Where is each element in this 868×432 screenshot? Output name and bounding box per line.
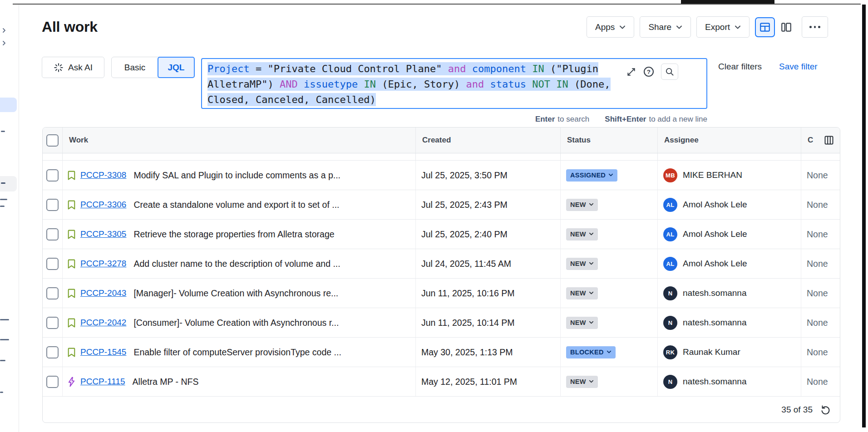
row-checkbox-cell bbox=[43, 249, 63, 278]
table-row[interactable]: PCCP-3306Create a standalone volume and … bbox=[43, 190, 840, 220]
issue-summary[interactable]: Retrieve the storage properties from All… bbox=[133, 229, 334, 240]
chevron-down-icon bbox=[608, 173, 613, 177]
table-row[interactable]: PCCP-3305Retrieve the storage properties… bbox=[43, 220, 840, 249]
syntax-help-button[interactable]: ? bbox=[643, 66, 655, 78]
truncated-column-cell: None bbox=[801, 220, 840, 249]
status-dropdown[interactable]: NEW bbox=[566, 317, 598, 329]
row-checkbox-cell bbox=[43, 220, 63, 249]
issue-summary[interactable]: [Consumer]- Volume Creation with Asynchr… bbox=[133, 318, 339, 328]
run-search-button[interactable] bbox=[661, 64, 678, 80]
row-checkbox[interactable] bbox=[46, 199, 59, 211]
sidebar-hover-item-fragment[interactable] bbox=[0, 176, 17, 191]
created-date: May 12, 2025, 11:01 PM bbox=[421, 377, 517, 387]
work-cell: PCCP-2042[Consumer]- Volume Creation wit… bbox=[63, 308, 416, 337]
avatar: N bbox=[663, 286, 677, 300]
issue-key-link[interactable]: PCCP-2042 bbox=[80, 318, 126, 328]
truncated-column-cell: None bbox=[801, 190, 840, 219]
share-button[interactable]: Share bbox=[640, 16, 691, 38]
status-cell: BLOCKED bbox=[561, 338, 658, 367]
row-checkbox[interactable] bbox=[46, 287, 59, 299]
expand-editor-button[interactable] bbox=[626, 67, 636, 77]
refresh-button[interactable] bbox=[820, 404, 831, 415]
chevron-down-icon bbox=[589, 291, 594, 295]
sidebar-active-item-fragment[interactable] bbox=[0, 98, 17, 112]
row-checkbox[interactable] bbox=[46, 169, 59, 182]
sidebar-text-fragment bbox=[0, 199, 7, 200]
assignee-name: natesh.somanna bbox=[683, 318, 747, 328]
select-all-checkbox[interactable] bbox=[46, 134, 59, 147]
avatar: AL bbox=[663, 227, 677, 241]
issue-key-link[interactable]: PCCP-3308 bbox=[80, 170, 126, 180]
issue-key-link[interactable]: PCCP-3306 bbox=[80, 200, 126, 210]
issue-key-link[interactable]: PCCP-1545 bbox=[80, 347, 126, 357]
issue-summary[interactable]: Enable filter of computeServer provision… bbox=[133, 347, 341, 358]
issue-summary[interactable]: [Manager]- Volume Creation with Asynchro… bbox=[133, 288, 338, 299]
assignee-name: Amol Ashok Lele bbox=[683, 259, 747, 269]
issue-key-link[interactable]: PCCP-1115 bbox=[80, 377, 125, 387]
issue-key-link[interactable]: PCCP-3305 bbox=[80, 229, 126, 239]
row-checkbox[interactable] bbox=[46, 376, 59, 388]
truncated-column-value: None bbox=[807, 259, 828, 269]
app-window: All work Apps Share Export bbox=[0, 0, 868, 432]
column-header-truncated[interactable]: C bbox=[801, 128, 840, 153]
chevron-down-icon bbox=[589, 203, 594, 206]
status-dropdown[interactable]: NEW bbox=[566, 258, 598, 270]
more-options-button[interactable] bbox=[802, 16, 828, 38]
chevron-down-icon bbox=[589, 232, 594, 236]
table-row[interactable]: PCCP-3278Add cluster name to the descrip… bbox=[43, 249, 840, 279]
status-dropdown[interactable]: NEW bbox=[566, 199, 598, 211]
export-button[interactable]: Export bbox=[696, 16, 750, 38]
sidebar-text-fragment bbox=[1, 182, 5, 184]
header-controls: Apps Share Export bbox=[587, 16, 828, 38]
created-cell: Jun 11, 2025, 10:14 PM bbox=[416, 308, 561, 337]
row-checkbox[interactable] bbox=[46, 258, 59, 270]
chevron-down-icon bbox=[676, 25, 682, 29]
row-checkbox[interactable] bbox=[46, 228, 59, 241]
status-dropdown[interactable]: NEW bbox=[566, 228, 598, 241]
ask-ai-button[interactable]: Ask AI bbox=[42, 57, 104, 78]
row-checkbox-cell bbox=[43, 190, 63, 219]
save-filter-button[interactable]: Save filter bbox=[779, 62, 817, 72]
clear-filters-button[interactable]: Clear filters bbox=[718, 62, 762, 72]
issue-key-link[interactable]: PCCP-3278 bbox=[80, 259, 126, 269]
page-title: All work bbox=[42, 16, 98, 38]
status-dropdown[interactable]: NEW bbox=[566, 287, 598, 299]
issue-summary[interactable]: Alletra MP - NFS bbox=[133, 377, 199, 387]
status-dropdown[interactable]: NEW bbox=[566, 376, 598, 388]
basic-mode-button[interactable]: Basic bbox=[112, 57, 158, 78]
table-row[interactable]: PCCP-1545Enable filter of computeServer … bbox=[43, 338, 840, 367]
status-dropdown[interactable]: ASSIGNED bbox=[566, 169, 617, 182]
share-button-label: Share bbox=[648, 22, 671, 32]
issue-key-link[interactable]: PCCP-2043 bbox=[80, 288, 126, 298]
created-cell: Jul 24, 2025, 11:45 AM bbox=[416, 249, 561, 278]
apps-button[interactable]: Apps bbox=[587, 16, 634, 38]
assignee-name: natesh.somanna bbox=[683, 377, 747, 387]
table-row[interactable]: PCCP-2043[Manager]- Volume Creation with… bbox=[43, 279, 840, 308]
table-row[interactable]: PCCP-3308Modify SAL and Plugin to includ… bbox=[43, 161, 840, 190]
assignee-cell: ALAmol Ashok Lele bbox=[658, 220, 801, 249]
table-body: PCCP-3308Modify SAL and Plugin to includ… bbox=[43, 161, 840, 397]
column-header-created[interactable]: Created bbox=[416, 128, 561, 153]
chevron-down-icon bbox=[735, 25, 741, 29]
jql-mode-button[interactable]: JQL bbox=[158, 57, 195, 78]
issue-summary[interactable]: Modify SAL and Plugin to include comment… bbox=[133, 170, 340, 181]
truncated-column-cell: None bbox=[801, 338, 840, 367]
assignee-name: natesh.somanna bbox=[683, 288, 747, 298]
sidebar-text-fragment bbox=[0, 206, 5, 207]
configure-columns-button[interactable] bbox=[821, 132, 837, 148]
jql-editor-input[interactable]: Project = "Private Cloud Control Plane" … bbox=[201, 58, 707, 109]
row-checkbox[interactable] bbox=[46, 317, 59, 329]
issue-summary[interactable]: Add cluster name to the description of v… bbox=[133, 259, 340, 269]
status-dropdown[interactable]: BLOCKED bbox=[566, 346, 616, 358]
detail-view-button[interactable] bbox=[776, 17, 796, 37]
table-row[interactable]: PCCP-2042[Consumer]- Volume Creation wit… bbox=[43, 308, 840, 338]
table-row[interactable]: PCCP-1115Alletra MP - NFSMay 12, 2025, 1… bbox=[43, 367, 840, 397]
column-header-status[interactable]: Status bbox=[561, 128, 658, 153]
assignee-cell: ALAmol Ashok Lele bbox=[658, 249, 801, 278]
row-checkbox[interactable] bbox=[46, 346, 59, 358]
avatar: RK bbox=[663, 345, 677, 359]
column-header-work[interactable]: Work bbox=[63, 128, 416, 153]
table-view-button[interactable] bbox=[755, 17, 775, 37]
column-header-assignee[interactable]: Assignee bbox=[658, 128, 801, 153]
issue-summary[interactable]: Create a standalone volume and export it… bbox=[133, 200, 339, 210]
